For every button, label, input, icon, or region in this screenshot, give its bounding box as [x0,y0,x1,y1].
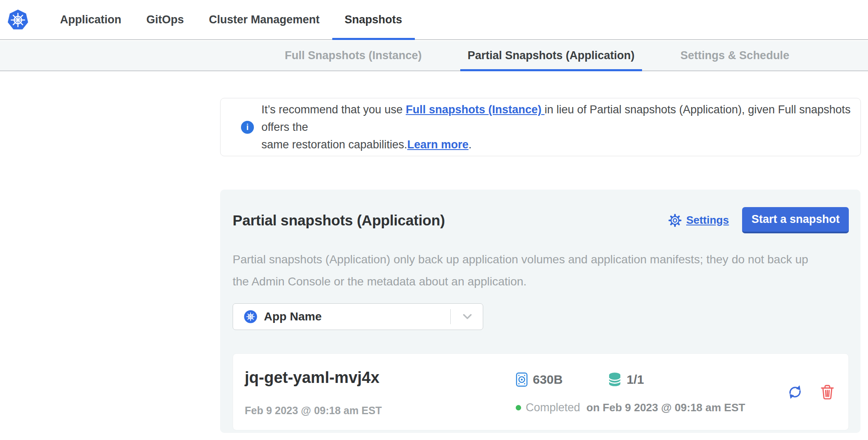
panel-header: Partial snapshots (Application) [233,207,849,233]
panel-description-line: Partial snapshots (Application) only bac… [233,248,849,270]
panel-header-actions: Settings Start a snapshot [668,207,849,233]
snapshot-settings-link[interactable]: Settings [668,213,729,228]
restore-snapshot-button[interactable] [786,383,804,401]
top-nav: Application GitOps Cluster Management Sn… [0,0,868,40]
snapshot-meta: 630B 1/1 Completed [516,354,774,430]
snapshot-size: 630B [516,372,563,387]
settings-link-label: Settings [686,214,729,227]
full-snapshots-link[interactable]: Full snapshots (Instance) [406,103,544,116]
banner-text-segment: . [469,138,472,151]
tab-full-snapshots[interactable]: Full Snapshots (Instance) [277,41,429,70]
status-finished-time: on Feb 9 2023 @ 09:18 am EST [587,401,745,414]
info-icon: i [241,121,254,134]
gear-icon [668,213,682,228]
tab-partial-snapshots[interactable]: Partial Snapshots (Application) [460,41,642,70]
nav-item-snapshots[interactable]: Snapshots [332,0,415,39]
app-icon [244,310,257,323]
status-label: Completed [526,401,580,414]
snapshot-actions [786,383,835,401]
restore-icon [786,383,804,401]
trash-icon [820,383,835,400]
learn-more-link[interactable]: Learn more [407,138,469,151]
chevron-down-icon [463,314,472,320]
snapshot-row: jq-get-yaml-mvj4x Feb 9 2023 @ 09:18 am … [233,353,849,430]
disk-size-icon [516,372,528,387]
snapshots-sub-nav: Full Snapshots (Instance) Partial Snapsh… [0,41,868,71]
snapshot-volumes-value: 1/1 [627,372,644,387]
banner-line-2: same restoration capabilities.Learn more… [261,136,860,153]
snapshot-volumes: 1/1 [608,372,644,387]
panel-description: Partial snapshots (Application) only bac… [233,248,849,292]
app-root: Application GitOps Cluster Management Sn… [0,0,868,440]
snapshot-created-date: Feb 9 2023 @ 09:18 am EST [245,405,382,417]
partial-snapshots-panel: Partial snapshots (Application) [220,190,860,433]
nav-item-application[interactable]: Application [60,0,121,39]
banner-text-segment: It’s recommend that you use [261,103,406,116]
snapshot-name: jq-get-yaml-mvj4x [245,369,379,387]
banner-text: It’s recommend that you use Full snapsho… [261,101,860,153]
selector-divider [450,309,451,324]
start-snapshot-button[interactable]: Start a snapshot [742,207,849,233]
snapshot-status: Completed on Feb 9 2023 @ 09:18 am EST [516,401,745,414]
app-selector-dropdown[interactable]: App Name [233,303,483,330]
primary-nav: Application GitOps Cluster Management Sn… [60,0,402,39]
snapshot-size-value: 630B [533,372,563,387]
volumes-database-icon [608,372,622,387]
app-selector-value: App Name [264,310,321,323]
panel-description-line: the Admin Console or the metadata about … [233,270,849,292]
banner-line-1: It’s recommend that you use Full snapsho… [261,101,860,136]
banner-text-segment: same restoration capabilities. [261,138,407,151]
info-banner: i It’s recommend that you use Full snaps… [220,98,861,156]
status-dot-icon [516,405,521,410]
tab-settings-schedule[interactable]: Settings & Schedule [673,41,797,70]
sub-nav-tabs: Full Snapshots (Instance) Partial Snapsh… [277,41,797,70]
page-title: Partial snapshots (Application) [233,212,445,229]
nav-item-cluster-management[interactable]: Cluster Management [209,0,320,39]
kubernetes-logo-icon [7,9,29,31]
delete-snapshot-button[interactable] [820,383,835,400]
nav-item-gitops[interactable]: GitOps [146,0,184,39]
